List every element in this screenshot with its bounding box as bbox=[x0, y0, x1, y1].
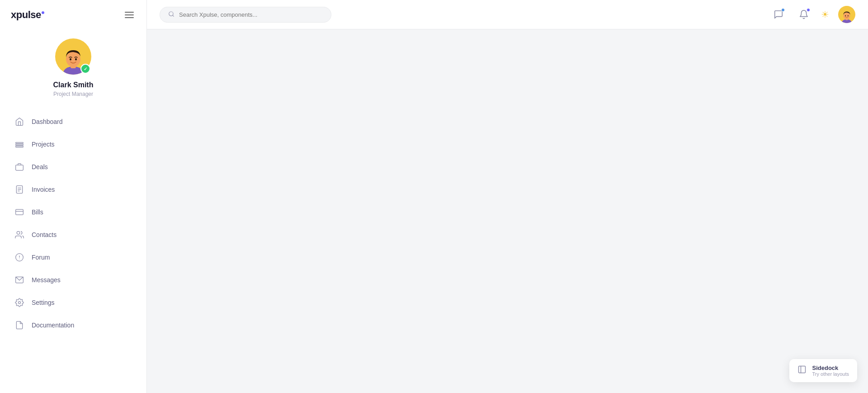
forum-icon bbox=[14, 252, 24, 262]
sidebar-item-label: Settings bbox=[32, 299, 55, 306]
search-icon bbox=[168, 11, 175, 19]
svg-rect-13 bbox=[16, 209, 24, 215]
sidebar-item-label: Documentation bbox=[32, 322, 74, 329]
topbar-avatar-illustration bbox=[839, 8, 854, 23]
search-bar[interactable] bbox=[160, 7, 331, 23]
sidedock-title: Sidedock bbox=[812, 365, 849, 371]
sidebar-item-label: Invoices bbox=[32, 186, 55, 193]
svg-point-23 bbox=[843, 12, 850, 19]
svg-point-15 bbox=[17, 232, 20, 235]
user-role: Project Manager bbox=[53, 91, 93, 97]
svg-point-24 bbox=[845, 15, 846, 16]
sidebar-item-invoices[interactable]: Invoices bbox=[5, 179, 141, 200]
theme-toggle-button[interactable]: ☀ bbox=[821, 9, 829, 20]
messages-icon bbox=[14, 275, 24, 285]
avatar-wrapper bbox=[55, 38, 91, 75]
hamburger-line bbox=[125, 17, 134, 18]
sidebar-item-projects[interactable]: Projects bbox=[5, 133, 141, 155]
svg-point-25 bbox=[848, 15, 849, 16]
sidebar-item-label: Forum bbox=[32, 254, 50, 261]
svg-point-3 bbox=[70, 58, 71, 61]
sidedock-icon bbox=[797, 365, 807, 376]
main-area: ☀ bbox=[147, 0, 868, 393]
logo: xpulse bbox=[11, 9, 44, 21]
online-badge bbox=[80, 64, 90, 74]
sidebar-item-label: Deals bbox=[32, 163, 48, 170]
sidebar-item-label: Dashboard bbox=[32, 118, 63, 125]
sidebar: xpulse bbox=[0, 0, 147, 393]
deals-icon bbox=[14, 162, 24, 172]
user-name: Clark Smith bbox=[53, 81, 94, 89]
bills-icon bbox=[14, 207, 24, 217]
svg-rect-8 bbox=[16, 165, 24, 170]
sidebar-item-label: Contacts bbox=[32, 231, 57, 238]
sidebar-item-label: Projects bbox=[32, 141, 55, 148]
svg-rect-7 bbox=[16, 146, 24, 147]
settings-icon bbox=[14, 298, 24, 308]
svg-line-20 bbox=[173, 15, 174, 16]
sidedock-hint[interactable]: Sidedock Try other layouts bbox=[789, 359, 857, 382]
projects-icon bbox=[14, 139, 24, 149]
notifications-button[interactable] bbox=[796, 6, 812, 23]
nav-menu: Dashboard Projects Deals bbox=[0, 111, 146, 393]
hamburger-line bbox=[125, 14, 134, 15]
contacts-icon bbox=[14, 230, 24, 240]
sidedock-text: Sidedock Try other layouts bbox=[812, 365, 849, 377]
chat-button[interactable] bbox=[770, 6, 787, 23]
documentation-icon bbox=[14, 320, 24, 330]
sidebar-item-label: Bills bbox=[32, 208, 43, 216]
search-input[interactable] bbox=[179, 11, 323, 18]
svg-point-18 bbox=[19, 302, 21, 304]
dashboard-icon bbox=[14, 117, 24, 127]
svg-rect-26 bbox=[799, 366, 806, 373]
topbar-avatar[interactable] bbox=[838, 6, 855, 23]
sidebar-item-messages[interactable]: Messages bbox=[5, 269, 141, 291]
topbar: ☀ bbox=[147, 0, 868, 29]
svg-rect-5 bbox=[16, 142, 24, 144]
sidebar-item-documentation[interactable]: Documentation bbox=[5, 314, 141, 336]
svg-point-4 bbox=[75, 58, 77, 61]
sidebar-item-label: Messages bbox=[32, 276, 61, 284]
sidebar-item-forum[interactable]: Forum bbox=[5, 246, 141, 268]
logo-text: xpulse bbox=[11, 9, 44, 21]
sidedock-subtitle: Try other layouts bbox=[812, 371, 849, 377]
hamburger-button[interactable] bbox=[123, 10, 136, 20]
sidebar-item-bills[interactable]: Bills bbox=[5, 201, 141, 223]
topbar-right: ☀ bbox=[770, 6, 855, 23]
svg-rect-6 bbox=[16, 144, 24, 146]
bell-notification-dot bbox=[807, 8, 810, 12]
sidebar-item-deals[interactable]: Deals bbox=[5, 156, 141, 178]
main-content bbox=[147, 29, 868, 393]
svg-point-2 bbox=[66, 52, 80, 67]
hamburger-line bbox=[125, 12, 134, 13]
sidebar-header: xpulse bbox=[0, 0, 146, 29]
sidebar-item-contacts[interactable]: Contacts bbox=[5, 224, 141, 246]
profile-section: Clark Smith Project Manager bbox=[0, 29, 146, 111]
chat-notification-dot bbox=[781, 8, 785, 12]
invoices-icon bbox=[14, 185, 24, 194]
sidebar-item-dashboard[interactable]: Dashboard bbox=[5, 111, 141, 133]
sidebar-item-settings[interactable]: Settings bbox=[5, 292, 141, 313]
